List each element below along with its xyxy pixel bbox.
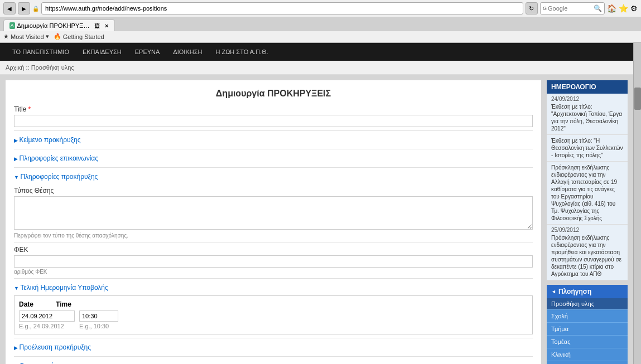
bookmark-getting-started-icon: 🔥 xyxy=(54,33,61,40)
position-type-label: Τύπος Θέσης xyxy=(14,187,533,195)
position-type-hint: Περιγράφει τον τύπο της θέσης απασχόληση… xyxy=(14,232,533,239)
title-label: Title * xyxy=(14,105,533,113)
required-indicator: * xyxy=(26,105,31,113)
date-time-header: Date Time xyxy=(19,300,528,308)
bookmark-dropdown-icon: ▾ xyxy=(46,33,49,40)
menu-button[interactable]: ⚙ xyxy=(630,4,638,13)
divider-6 xyxy=(14,338,533,338)
search-engine-icon: G xyxy=(543,6,547,11)
section-photo-header[interactable]: Φωτογραφία xyxy=(14,360,533,364)
section-origin: Προέλευση προκήρυξης xyxy=(14,342,533,353)
nav-sidebar-box: Πλοήγηση Προσθήκη υλης Σχολή Τμήμα Τομέα… xyxy=(547,285,628,364)
position-type-textarea[interactable] xyxy=(14,196,533,230)
date-col-header: Date xyxy=(19,300,33,308)
section-contact-header[interactable]: Πληροφορίες επικοινωνίας xyxy=(14,153,533,164)
time-col-header: Time xyxy=(56,300,71,308)
address-bar[interactable] xyxy=(41,2,523,14)
calendar-text-3: Πρόσκληση εκδήλωσης ενδιαφέροντος για τη… xyxy=(551,234,623,278)
nav-school[interactable]: Σχολή xyxy=(547,310,628,323)
nav-sidebar-header: Πλοήγηση xyxy=(547,285,628,298)
nav-research-lab[interactable]: Ερευνητικό Εργαστήριο xyxy=(547,361,628,364)
active-tab[interactable]: A Δημιουργία ΠΡΟΚΗΡΥΞΕΙΣ | Αρ... 🖼 ✕ xyxy=(3,20,115,31)
breadcrumb-separator: :: xyxy=(26,64,31,71)
nav-add-content[interactable]: Προσθήκη υλης xyxy=(547,298,628,310)
calendar-text-2: Πρόσκληση εκδήλωσης ενδιαφέροντος για τη… xyxy=(551,164,623,222)
search-input[interactable] xyxy=(548,5,592,12)
sidebar: ΗΜΕΡΟΛΟΓΙΟ 24/09/2012 Έκθεση με τίτλο: "… xyxy=(547,80,628,364)
nav-research[interactable]: ΕΡΕΥΝΑ xyxy=(128,43,167,61)
section-keimeno-header[interactable]: Κείμενο προκήρυξης xyxy=(14,134,533,145)
divider-1 xyxy=(14,130,533,131)
time-input[interactable] xyxy=(79,310,118,322)
date-time-row xyxy=(19,310,528,322)
nav-clinic[interactable]: Κλινική xyxy=(547,348,628,361)
calendar-box: ΗΜΕΡΟΛΟΓΙΟ 24/09/2012 Έκθεση με τίτλο: "… xyxy=(547,80,628,280)
breadcrumb-home[interactable]: Αρχική xyxy=(6,64,24,71)
bookmarks-button[interactable]: ⭐ xyxy=(619,4,628,13)
bookmark-icon: ★ xyxy=(3,33,9,40)
reload-button[interactable]: ↻ xyxy=(526,2,538,14)
nav-department[interactable]: Τμήμα xyxy=(547,323,628,336)
fek-hint: αριθμός ΦΕΚ xyxy=(14,269,533,275)
section-keimeno: Κείμενο προκήρυξης xyxy=(14,134,533,145)
tab-close-button[interactable]: ✕ xyxy=(104,23,109,29)
main-layout: Δημιουργία ΠΡΟΚΗΡΥΞΕΙΣ Title * Κείμενο π… xyxy=(0,75,633,364)
lock-icon: 🔒 xyxy=(32,6,39,12)
date-hint: E.g., 24.09.2012 xyxy=(19,323,75,329)
section-info-header[interactable]: Πληροφορίες προκήρυξης xyxy=(14,171,533,182)
scrollbar-thumb[interactable] xyxy=(634,88,641,110)
submission-date-header[interactable]: Τελική Ημερομηνία Υποβολής xyxy=(14,282,533,293)
date-time-hints: E.g., 24.09.2012 E.g., 10:30 xyxy=(19,323,528,329)
time-hint: E.g., 10:30 xyxy=(79,323,109,329)
search-container: G 🔍 xyxy=(540,2,605,14)
date-time-table: Date Time E.g., 24.09.2012 E.g., 10:30 xyxy=(14,295,533,334)
fek-label: ΦΕΚ xyxy=(14,246,533,254)
page-wrapper: ΤΟ ΠΑΝΕΠΙΣΤΗΜΙΟ ΕΚΠΑΙΔΕΥΣΗ ΕΡΕΥΝΑ ΔΙΟΙΚΗ… xyxy=(0,43,641,364)
bookmarks-bar: ★ Most Visited ▾ 🔥 Getting Started xyxy=(0,31,641,42)
calendar-entry-1: Έκθεση με τίτλο: "Η Θεσσαλονίκη των Συλλ… xyxy=(547,135,628,162)
nav-sector[interactable]: Τομέας xyxy=(547,336,628,348)
bookmark-most-visited[interactable]: ★ Most Visited ▾ xyxy=(3,33,49,40)
nav-life[interactable]: Η ΖΩΗ ΣΤΟ Α.Π.Θ. xyxy=(209,43,274,61)
calendar-text-1: Έκθεση με τίτλο: "Η Θεσσαλονίκη των Συλλ… xyxy=(551,137,623,159)
tab-favicon-2: 🖼 xyxy=(94,23,100,29)
calendar-entry-2: Πρόσκληση εκδήλωσης ενδιαφέροντος για τη… xyxy=(547,162,628,225)
top-nav: ΤΟ ΠΑΝΕΠΙΣΤΗΜΙΟ ΕΚΠΑΙΔΕΥΣΗ ΕΡΕΥΝΑ ΔΙΟΙΚΗ… xyxy=(0,43,633,61)
bookmark-getting-started[interactable]: 🔥 Getting Started xyxy=(54,33,104,40)
tab-bar: A Δημιουργία ΠΡΟΚΗΡΥΞΕΙΣ | Αρ... 🖼 ✕ xyxy=(0,17,641,31)
forward-button[interactable]: ▶ xyxy=(18,2,30,14)
scrollbar[interactable] xyxy=(633,43,641,364)
browser-chrome: ◀ ▶ 🔒 ↻ G 🔍 🏠 ⭐ ⚙ A Δημιουργία ΠΡΟΚΗΡΥΞΕ… xyxy=(0,0,641,43)
breadcrumb: Αρχική :: Προσθήκη υλης xyxy=(0,61,633,75)
divider-4 xyxy=(14,242,533,242)
tab-label: Δημιουργία ΠΡΟΚΗΡΥΞΕΙΣ | Αρ... xyxy=(17,22,91,29)
nav-sidebar-title: Πλοήγηση xyxy=(558,288,591,295)
page-content: ΤΟ ΠΑΝΕΠΙΣΤΗΜΙΟ ΕΚΠΑΙΔΕΥΣΗ ΕΡΕΥΝΑ ΔΙΟΙΚΗ… xyxy=(0,43,633,364)
nav-administration[interactable]: ΔΙΟΙΚΗΣΗ xyxy=(166,43,209,61)
section-info: Πληροφορίες προκήρυξης Τύπος Θέσης Περιγ… xyxy=(14,171,533,334)
calendar-date-0: 24/09/2012 xyxy=(551,96,623,102)
divider-7 xyxy=(14,356,533,357)
form-title: Δημιουργία ΠΡΟΚΗΡΥΞΕΙΣ xyxy=(14,89,533,99)
divider-2 xyxy=(14,149,533,149)
section-origin-header[interactable]: Προέλευση προκήρυξης xyxy=(14,342,533,353)
search-magnifier-icon: 🔍 xyxy=(594,4,602,12)
divider-5 xyxy=(14,278,533,279)
title-input[interactable] xyxy=(14,115,533,127)
nav-university[interactable]: ΤΟ ΠΑΝΕΠΙΣΤΗΜΙΟ xyxy=(6,43,76,61)
date-input[interactable] xyxy=(19,310,75,322)
tab-favicon: A xyxy=(9,22,15,29)
divider-3 xyxy=(14,167,533,168)
fek-input[interactable] xyxy=(14,255,533,268)
calendar-entry-0: 24/09/2012 Έκθεση με τίτλο: "Αρχιτεκτονι… xyxy=(547,94,628,135)
breadcrumb-current: Προσθήκη υλης xyxy=(31,64,74,71)
back-button[interactable]: ◀ xyxy=(3,2,16,14)
calendar-entry-3: 25/09/2012 Πρόσκληση εκδήλωσης ενδιαφέρο… xyxy=(547,225,628,280)
nav-education[interactable]: ΕΚΠΑΙΔΕΥΣΗ xyxy=(76,43,128,61)
calendar-header: ΗΜΕΡΟΛΟΓΙΟ xyxy=(547,80,628,94)
form-section: Δημιουργία ΠΡΟΚΗΡΥΞΕΙΣ Title * Κείμενο π… xyxy=(6,80,541,364)
address-bar-container: 🔒 ↻ xyxy=(32,2,538,14)
section-contact: Πληροφορίες επικοινωνίας xyxy=(14,153,533,164)
home-button[interactable]: 🏠 xyxy=(607,4,616,13)
section-photo: Φωτογραφία xyxy=(14,360,533,364)
